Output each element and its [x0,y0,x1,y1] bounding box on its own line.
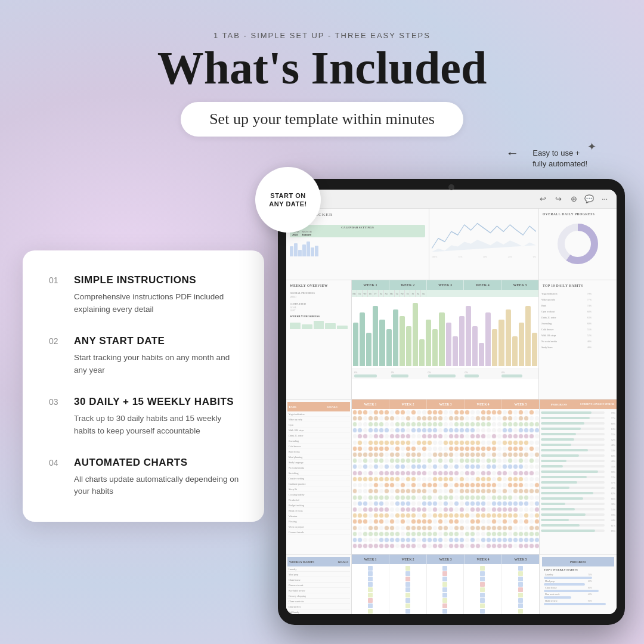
habit-dot [438,482,443,488]
week5-header: WEEK 5 [501,280,538,290]
habit-dot [518,428,524,433]
habit-dot [416,519,422,524]
habit-dot [384,543,389,549]
habit-dot [448,513,454,518]
habit-dot [357,519,363,524]
habit-dot [427,513,432,518]
habit-dot [481,507,486,512]
habit-dot [395,464,400,469]
habit-dot [438,458,443,463]
habit-dot [486,452,491,457]
habit-dot [502,410,507,415]
habit-dot [529,416,534,421]
habit-dot [465,410,470,415]
habit-dot [384,446,389,451]
habit-dot [363,482,368,488]
habit-dot [379,507,384,512]
undo-icon[interactable]: ↩ [538,194,547,204]
comment-icon[interactable]: 💬 [584,194,594,204]
habit-dot [534,482,539,488]
habit-dot [389,428,395,433]
habit-dot [395,482,400,488]
habit-dot [443,476,448,482]
habit-dot [389,452,395,457]
habit-dot [518,446,524,451]
habit-dot [422,482,427,488]
habit-dot [491,519,497,524]
habit-dot [454,434,459,439]
habit-dot [352,507,358,512]
habit-dot [459,470,465,476]
habit-dot [395,422,400,427]
habit-dot [400,470,405,476]
habit-dot [384,434,389,439]
habit-dot [507,464,513,469]
habit-dot [443,531,448,537]
habit-dot [518,488,524,494]
more-icon[interactable]: ··· [600,194,609,204]
habit-dot [459,495,465,500]
habit-dot [459,531,465,537]
habit-dot [373,470,379,476]
habit-dot [395,476,400,482]
habit-dot [384,507,389,512]
habit-dot [352,537,358,543]
habit-dot [352,416,358,421]
habit-dot [513,410,518,415]
habit-dot [373,519,379,524]
habit-dot [422,410,427,415]
habit-dot [389,488,395,494]
habit-dot [481,446,486,451]
habit-dot [438,476,443,482]
habit-dot [459,434,465,439]
habit-dot [357,501,363,506]
redo-icon[interactable]: ↪ [553,194,563,204]
habit-dot [438,446,443,451]
habit-dot [524,464,529,469]
habit-dot [395,410,400,415]
habit-dot [368,458,373,463]
habit-dot [459,507,465,512]
habit-dot [486,422,491,427]
habit-dot [470,464,475,469]
habit-dot [465,440,470,445]
habit-dot [400,476,405,482]
habit-dot [454,507,459,512]
habit-dot [405,428,411,433]
habit-dot [432,519,438,524]
ss-wh-left: WEEKLY HABITS GOALS Laundry Meal prep Cl… [286,555,352,614]
habit-dot [400,519,405,524]
habit-dot [465,543,470,549]
habit-dot [368,525,373,531]
habit-dot [491,422,497,427]
share-icon[interactable]: ⊕ [569,194,578,204]
habit-dot [427,531,432,537]
habit-dot [368,416,373,421]
habit-dot [443,470,448,476]
habit-dot [534,519,539,524]
habit-dot [470,458,475,463]
habit-dot [513,458,518,463]
habit-dot [411,476,416,482]
habit-dot [513,501,518,506]
habit-dot [438,531,443,537]
habit-dot [502,488,507,494]
week3-days [426,290,464,297]
habit-dot [497,488,502,494]
ss-weekly-right: TOP 10 DAILY HABITS Yoga/meditation 79% … [539,280,617,399]
habit-dot [486,440,491,445]
habit-dot [384,488,389,494]
habit-dot [422,507,427,512]
habit-dot [411,452,416,457]
habit-dot [379,428,384,433]
wh-right-header: PROGRESS [542,557,614,566]
habit-dot [352,543,358,549]
feature-number-1: 01 [49,275,63,285]
habit-dot [491,513,497,518]
habit-dot [427,482,432,488]
habit-dot [518,440,524,445]
habit-dot [465,501,470,506]
bar-1 [290,246,293,256]
habit-dot [507,416,513,421]
habit-dot [502,452,507,457]
